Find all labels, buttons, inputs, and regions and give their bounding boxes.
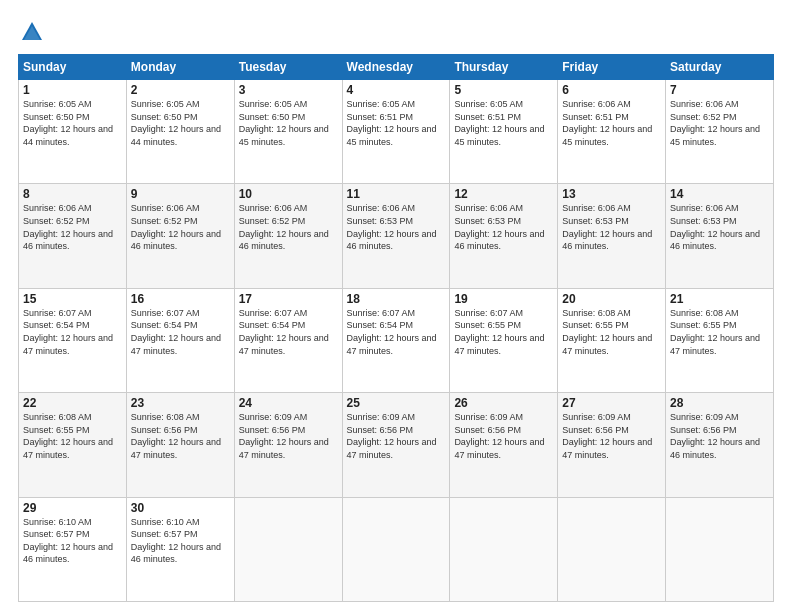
day-number: 28 xyxy=(670,396,769,410)
calendar-cell: 22Sunrise: 6:08 AMSunset: 6:55 PMDayligh… xyxy=(19,393,127,497)
day-detail: Sunrise: 6:09 AMSunset: 6:56 PMDaylight:… xyxy=(347,411,446,461)
calendar-week-row: 22Sunrise: 6:08 AMSunset: 6:55 PMDayligh… xyxy=(19,393,774,497)
calendar-cell: 24Sunrise: 6:09 AMSunset: 6:56 PMDayligh… xyxy=(234,393,342,497)
day-detail: Sunrise: 6:06 AMSunset: 6:52 PMDaylight:… xyxy=(131,202,230,252)
day-detail: Sunrise: 6:06 AMSunset: 6:51 PMDaylight:… xyxy=(562,98,661,148)
day-number: 24 xyxy=(239,396,338,410)
day-detail: Sunrise: 6:07 AMSunset: 6:54 PMDaylight:… xyxy=(347,307,446,357)
calendar-cell: 19Sunrise: 6:07 AMSunset: 6:55 PMDayligh… xyxy=(450,288,558,392)
calendar-table: SundayMondayTuesdayWednesdayThursdayFrid… xyxy=(18,54,774,602)
calendar-week-row: 29Sunrise: 6:10 AMSunset: 6:57 PMDayligh… xyxy=(19,497,774,601)
day-detail: Sunrise: 6:09 AMSunset: 6:56 PMDaylight:… xyxy=(670,411,769,461)
calendar-cell: 6Sunrise: 6:06 AMSunset: 6:51 PMDaylight… xyxy=(558,80,666,184)
calendar-header-thursday: Thursday xyxy=(450,55,558,80)
day-detail: Sunrise: 6:07 AMSunset: 6:54 PMDaylight:… xyxy=(131,307,230,357)
calendar-week-row: 1Sunrise: 6:05 AMSunset: 6:50 PMDaylight… xyxy=(19,80,774,184)
calendar-cell: 3Sunrise: 6:05 AMSunset: 6:50 PMDaylight… xyxy=(234,80,342,184)
day-detail: Sunrise: 6:05 AMSunset: 6:51 PMDaylight:… xyxy=(347,98,446,148)
day-number: 23 xyxy=(131,396,230,410)
day-number: 5 xyxy=(454,83,553,97)
calendar-cell: 8Sunrise: 6:06 AMSunset: 6:52 PMDaylight… xyxy=(19,184,127,288)
day-detail: Sunrise: 6:06 AMSunset: 6:52 PMDaylight:… xyxy=(239,202,338,252)
calendar-cell: 27Sunrise: 6:09 AMSunset: 6:56 PMDayligh… xyxy=(558,393,666,497)
day-detail: Sunrise: 6:09 AMSunset: 6:56 PMDaylight:… xyxy=(454,411,553,461)
calendar-cell xyxy=(234,497,342,601)
day-number: 27 xyxy=(562,396,661,410)
calendar-cell: 11Sunrise: 6:06 AMSunset: 6:53 PMDayligh… xyxy=(342,184,450,288)
calendar-week-row: 8Sunrise: 6:06 AMSunset: 6:52 PMDaylight… xyxy=(19,184,774,288)
day-number: 3 xyxy=(239,83,338,97)
day-detail: Sunrise: 6:09 AMSunset: 6:56 PMDaylight:… xyxy=(239,411,338,461)
calendar-cell xyxy=(558,497,666,601)
calendar-cell: 10Sunrise: 6:06 AMSunset: 6:52 PMDayligh… xyxy=(234,184,342,288)
day-detail: Sunrise: 6:05 AMSunset: 6:50 PMDaylight:… xyxy=(23,98,122,148)
day-detail: Sunrise: 6:05 AMSunset: 6:50 PMDaylight:… xyxy=(239,98,338,148)
page: SundayMondayTuesdayWednesdayThursdayFrid… xyxy=(0,0,792,612)
calendar-week-row: 15Sunrise: 6:07 AMSunset: 6:54 PMDayligh… xyxy=(19,288,774,392)
day-detail: Sunrise: 6:08 AMSunset: 6:55 PMDaylight:… xyxy=(23,411,122,461)
calendar-header-wednesday: Wednesday xyxy=(342,55,450,80)
calendar-cell xyxy=(666,497,774,601)
day-number: 4 xyxy=(347,83,446,97)
day-number: 20 xyxy=(562,292,661,306)
day-number: 15 xyxy=(23,292,122,306)
calendar-cell: 5Sunrise: 6:05 AMSunset: 6:51 PMDaylight… xyxy=(450,80,558,184)
calendar-cell: 1Sunrise: 6:05 AMSunset: 6:50 PMDaylight… xyxy=(19,80,127,184)
day-number: 29 xyxy=(23,501,122,515)
day-detail: Sunrise: 6:06 AMSunset: 6:53 PMDaylight:… xyxy=(347,202,446,252)
calendar-cell: 28Sunrise: 6:09 AMSunset: 6:56 PMDayligh… xyxy=(666,393,774,497)
day-detail: Sunrise: 6:07 AMSunset: 6:54 PMDaylight:… xyxy=(239,307,338,357)
day-detail: Sunrise: 6:10 AMSunset: 6:57 PMDaylight:… xyxy=(23,516,122,566)
calendar-cell xyxy=(450,497,558,601)
calendar-cell: 21Sunrise: 6:08 AMSunset: 6:55 PMDayligh… xyxy=(666,288,774,392)
calendar-cell: 12Sunrise: 6:06 AMSunset: 6:53 PMDayligh… xyxy=(450,184,558,288)
calendar-cell: 20Sunrise: 6:08 AMSunset: 6:55 PMDayligh… xyxy=(558,288,666,392)
day-number: 9 xyxy=(131,187,230,201)
calendar-cell: 16Sunrise: 6:07 AMSunset: 6:54 PMDayligh… xyxy=(126,288,234,392)
day-detail: Sunrise: 6:06 AMSunset: 6:53 PMDaylight:… xyxy=(670,202,769,252)
day-number: 14 xyxy=(670,187,769,201)
day-detail: Sunrise: 6:06 AMSunset: 6:52 PMDaylight:… xyxy=(670,98,769,148)
day-number: 18 xyxy=(347,292,446,306)
day-number: 2 xyxy=(131,83,230,97)
day-detail: Sunrise: 6:05 AMSunset: 6:50 PMDaylight:… xyxy=(131,98,230,148)
calendar-header-tuesday: Tuesday xyxy=(234,55,342,80)
day-number: 22 xyxy=(23,396,122,410)
day-number: 1 xyxy=(23,83,122,97)
calendar-cell: 26Sunrise: 6:09 AMSunset: 6:56 PMDayligh… xyxy=(450,393,558,497)
calendar-header-friday: Friday xyxy=(558,55,666,80)
calendar-cell: 17Sunrise: 6:07 AMSunset: 6:54 PMDayligh… xyxy=(234,288,342,392)
day-number: 30 xyxy=(131,501,230,515)
calendar-cell: 15Sunrise: 6:07 AMSunset: 6:54 PMDayligh… xyxy=(19,288,127,392)
day-number: 11 xyxy=(347,187,446,201)
day-detail: Sunrise: 6:05 AMSunset: 6:51 PMDaylight:… xyxy=(454,98,553,148)
day-number: 26 xyxy=(454,396,553,410)
day-detail: Sunrise: 6:06 AMSunset: 6:52 PMDaylight:… xyxy=(23,202,122,252)
calendar-cell: 29Sunrise: 6:10 AMSunset: 6:57 PMDayligh… xyxy=(19,497,127,601)
logo-icon xyxy=(18,18,46,46)
calendar-header-saturday: Saturday xyxy=(666,55,774,80)
calendar-header-monday: Monday xyxy=(126,55,234,80)
day-number: 13 xyxy=(562,187,661,201)
day-number: 16 xyxy=(131,292,230,306)
day-number: 8 xyxy=(23,187,122,201)
calendar-cell: 4Sunrise: 6:05 AMSunset: 6:51 PMDaylight… xyxy=(342,80,450,184)
calendar-cell: 7Sunrise: 6:06 AMSunset: 6:52 PMDaylight… xyxy=(666,80,774,184)
calendar-cell: 14Sunrise: 6:06 AMSunset: 6:53 PMDayligh… xyxy=(666,184,774,288)
calendar-cell xyxy=(342,497,450,601)
calendar-cell: 23Sunrise: 6:08 AMSunset: 6:56 PMDayligh… xyxy=(126,393,234,497)
calendar-cell: 25Sunrise: 6:09 AMSunset: 6:56 PMDayligh… xyxy=(342,393,450,497)
day-number: 6 xyxy=(562,83,661,97)
day-number: 17 xyxy=(239,292,338,306)
day-detail: Sunrise: 6:07 AMSunset: 6:55 PMDaylight:… xyxy=(454,307,553,357)
day-detail: Sunrise: 6:08 AMSunset: 6:55 PMDaylight:… xyxy=(670,307,769,357)
day-number: 10 xyxy=(239,187,338,201)
calendar-cell: 18Sunrise: 6:07 AMSunset: 6:54 PMDayligh… xyxy=(342,288,450,392)
logo xyxy=(18,18,50,46)
calendar-cell: 13Sunrise: 6:06 AMSunset: 6:53 PMDayligh… xyxy=(558,184,666,288)
calendar-cell: 30Sunrise: 6:10 AMSunset: 6:57 PMDayligh… xyxy=(126,497,234,601)
day-detail: Sunrise: 6:06 AMSunset: 6:53 PMDaylight:… xyxy=(454,202,553,252)
header xyxy=(18,18,774,46)
day-detail: Sunrise: 6:08 AMSunset: 6:56 PMDaylight:… xyxy=(131,411,230,461)
day-number: 25 xyxy=(347,396,446,410)
